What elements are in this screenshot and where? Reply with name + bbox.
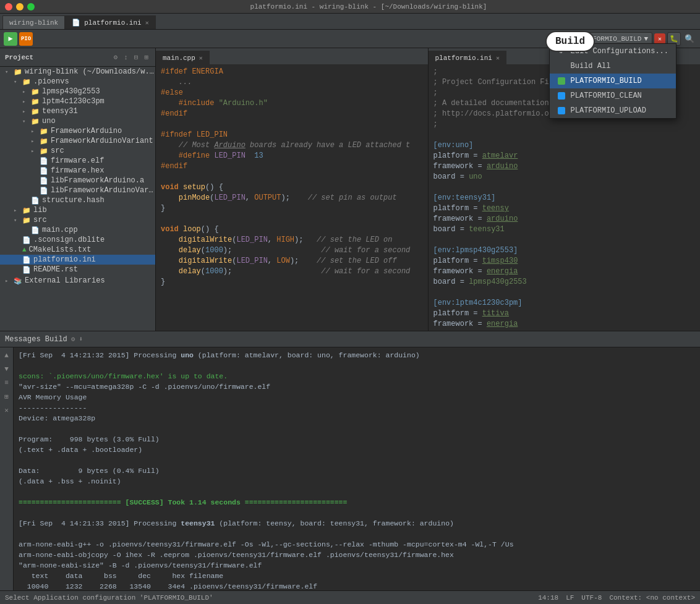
run-button[interactable]: ▶ [4, 32, 17, 46]
tree-item-cmakelists[interactable]: ▸ ▲ CMakeLists.txt [0, 245, 155, 255]
scroll-down-btn[interactable]: ▼ [1, 364, 12, 375]
platformio-upload-icon [557, 106, 566, 115]
code-line: [env:teensy31] [429, 193, 701, 203]
search-icon[interactable]: 🔍 [683, 32, 696, 46]
tree-label-teensy31: teensy31 [42, 107, 78, 116]
code-line: #ifndef LED_PIN [156, 130, 428, 140]
code-line [156, 172, 428, 182]
status-context: Context: <no context> [609, 594, 695, 602]
code-line [156, 214, 428, 224]
close-icon[interactable]: ✕ [199, 54, 203, 62]
settings-icon[interactable]: ⚙ [71, 335, 75, 343]
tree-item-src[interactable]: ▾ 📁 src [0, 215, 155, 225]
tree-item-framework-arduino[interactable]: ▸ 📁 FrameworkArduino [0, 126, 155, 136]
code-line: #endif [156, 109, 428, 119]
list-icon[interactable]: ≡ [1, 377, 12, 388]
maximize-button[interactable] [27, 3, 35, 11]
filter-icon[interactable]: ⊞ [1, 391, 12, 402]
dropdown-item-platformio-build[interactable]: PLATFORMIO_BUILD [550, 74, 676, 88]
scroll-down-icon[interactable]: ⬇ [79, 335, 83, 343]
tree-item-platformio-ini[interactable]: ▸ 📄 platformio.ini [0, 255, 155, 265]
tree-item-sconsign[interactable]: ▸ 📄 .sconsign.dblite [0, 235, 155, 245]
code-line: framework = energia [429, 319, 701, 330]
settings-icon[interactable]: ⚙ [112, 52, 120, 62]
editor-tab-platformio-ini[interactable]: platformio.ini ✕ [429, 51, 506, 64]
status-left: Select Application configuration 'PLATFO… [5, 594, 533, 602]
editor-content-main-cpp: #ifdef ENERGIA ... #else #include "Ardui… [156, 64, 428, 331]
code-line: platform = teensy [429, 203, 701, 214]
tree-item-lpmsp430g2553[interactable]: ▸ 📁 lpmsp430g2553 [0, 87, 155, 96]
dropdown-item-platformio-clean[interactable]: PLATFORMIO_CLEAN [550, 88, 676, 103]
tree-item-teensy31[interactable]: ▸ 📁 teensy31 [0, 106, 155, 116]
tree-item-external-libraries[interactable]: ▸ 📚 External Libraries [0, 276, 155, 286]
tree-item-uno[interactable]: ▾ 📁 uno [0, 116, 155, 126]
tree-item-lib-framework-variant[interactable]: ▸ 📄 libFrameworkArduinoVari... [0, 185, 155, 195]
dropdown-item-platformio-build-label: PLATFORMIO_BUILD [571, 77, 642, 85]
platformio-clean-icon [557, 91, 566, 100]
minimize-button[interactable] [16, 3, 23, 11]
project-sidebar: Project ⚙ ↕ ⊟ ⊞ ▾ 📁 wiring-blink (~/Down… [0, 48, 156, 331]
code-line: ; [429, 119, 701, 130]
code-line: platform = titiva [429, 308, 701, 319]
close-icon[interactable]: ✕ [145, 19, 149, 27]
window-tab-platformio[interactable]: 📄 platformio.ini ✕ [65, 15, 155, 29]
code-line: #else [156, 88, 428, 98]
code-line: digitalWrite(LED_PIN, LOW); // set the L… [156, 256, 428, 266]
code-line: board = lpmsp430g2553 [429, 277, 701, 287]
tree-item-root[interactable]: ▾ 📁 wiring-blink (~/Downloads/w... [0, 67, 155, 77]
expand-icon[interactable]: ⊞ [142, 52, 150, 62]
tree-label-lib: lib [33, 206, 47, 215]
code-line [429, 235, 701, 245]
scroll-up-btn[interactable]: ▲ [1, 350, 12, 361]
tree-label-sconsign: .sconsign.dblite [33, 236, 105, 244]
tree-item-uno-src[interactable]: ▸ 📁 src [0, 146, 155, 156]
code-line: void loop() { [156, 224, 428, 235]
close-icon[interactable]: ✕ [496, 54, 500, 62]
tree-item-framework-arduino-variant[interactable]: ▸ 📁 FrameworkArduinoVariant [0, 136, 155, 146]
code-line: framework = arduino [429, 161, 701, 172]
tree-item-lib-framework[interactable]: ▸ 📄 libFrameworkArduino.a [0, 176, 155, 185]
dropdown-item-platformio-upload-label: PLATFORMIO_UPLOAD [571, 106, 646, 115]
code-line: void setup() { [156, 182, 428, 193]
tree-label-lpmsp430g2553: lpmsp430g2553 [42, 87, 100, 96]
msg-line [19, 455, 695, 466]
tree-item-lptm4c1230c3pm[interactable]: ▸ 📁 lptm4c1230c3pm [0, 96, 155, 106]
window-tab-wiring-blink[interactable]: wiring-blink [2, 15, 65, 29]
clear-icon[interactable]: ✕ [1, 404, 12, 415]
tree-label-structure-hash: structure.hash [42, 196, 105, 205]
tree-label-main-cpp: main.cpp [42, 226, 78, 234]
code-line: [env:lpmsp430g2553] [429, 245, 701, 256]
dropdown-item-platformio-clean-label: PLATFORMIO_CLEAN [571, 91, 642, 100]
tree-item-firmware-hex[interactable]: ▸ 📄 firmware.hex [0, 166, 155, 176]
editor-tab-platformio-ini-label: platformio.ini [435, 54, 492, 62]
tree-label-firmware-elf: firmware.elf [51, 156, 104, 165]
close-button[interactable] [5, 3, 12, 11]
sort-icon[interactable]: ↕ [122, 53, 130, 62]
tree-item-structure-hash[interactable]: ▸ 📄 structure.hash [0, 195, 155, 205]
code-line: platform = timsp430 [429, 256, 701, 266]
tree-item-firmware-elf[interactable]: ▸ 📄 firmware.elf [0, 156, 155, 166]
tree-item-main-cpp[interactable]: ▸ 📄 main.cpp [0, 225, 155, 235]
build-dropdown: ⚙ Edit Configurations... Build All PLATF… [549, 43, 677, 119]
collapse-icon[interactable]: ⊟ [132, 52, 140, 62]
tree-item-readme[interactable]: ▸ 📄 README.rst [0, 265, 155, 274]
tree-label-framework-arduino: FrameworkArduino [51, 127, 122, 135]
code-line: pinMode(LED_PIN, OUTPUT); // set pin as … [156, 193, 428, 203]
dropdown-item-build-all[interactable]: Build All [550, 59, 676, 74]
msg-line: Program: 998 bytes (3.0% Full) [19, 434, 695, 444]
tree-label-uno: uno [42, 117, 56, 125]
code-line: [env:uno] [429, 140, 701, 151]
stop-button[interactable]: ✕ [654, 33, 665, 45]
dropdown-item-build-all-label: Build All [571, 62, 611, 70]
editor-tab-main-cpp[interactable]: main.cpp ✕ [156, 51, 210, 64]
code-line [156, 119, 428, 130]
tree-item-pioenvs[interactable]: ▾ 📁 .pioenvs [0, 77, 155, 87]
messages-content: [Fri Sep 4 14:21:32 2015] Processing uno… [14, 347, 700, 590]
traffic-lights [5, 3, 35, 11]
msg-line: scons: `.pioenvs/uno/firmware.hex' is up… [19, 371, 695, 381]
tree-item-lib[interactable]: ▸ 📁 lib [0, 205, 155, 215]
msg-line: text data bss dec hex filename [19, 571, 695, 581]
code-line: ... [156, 77, 428, 88]
dropdown-item-platformio-upload[interactable]: PLATFORMIO_UPLOAD [550, 103, 676, 118]
msg-line: "arm-none-eabi-size" -B -d .pioenvs/teen… [19, 560, 695, 571]
